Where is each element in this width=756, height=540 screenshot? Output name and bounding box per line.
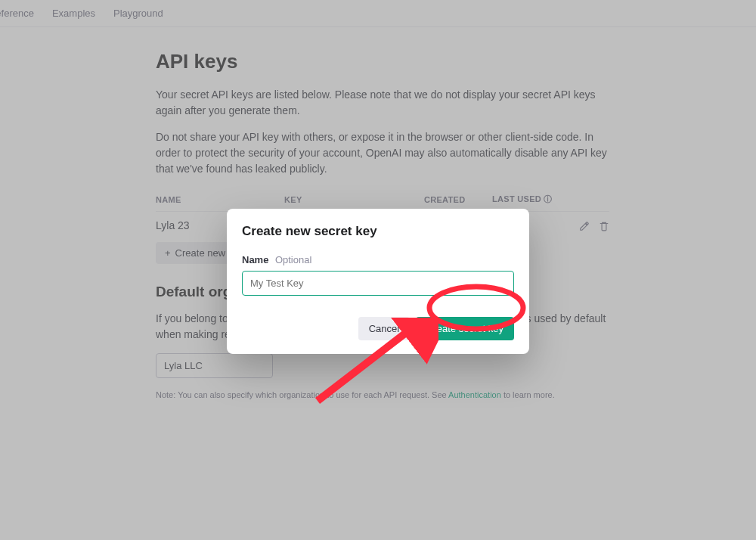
key-name-input[interactable]: [242, 271, 514, 296]
cancel-button[interactable]: Cancel: [358, 317, 410, 340]
optional-label: Optional: [275, 254, 311, 265]
create-key-modal: Create new secret key Name Optional Canc…: [227, 209, 529, 354]
create-secret-key-button[interactable]: Create secret key: [416, 317, 514, 340]
modal-title: Create new secret key: [242, 224, 514, 239]
name-label: Name: [242, 254, 268, 265]
